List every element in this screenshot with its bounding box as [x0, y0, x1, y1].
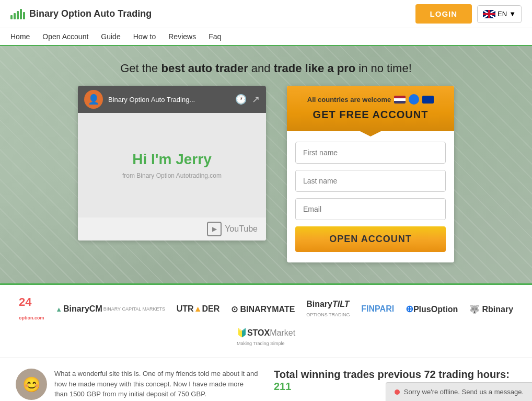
hero-body: 👤 Binary Option Auto Trading... 🕐 ↗ Hi I…	[21, 86, 511, 262]
header: Binary Option Auto Trading LOGIN EN ▼	[0, 0, 532, 28]
nav-home[interactable]: Home	[10, 32, 30, 41]
logo-icon	[10, 9, 25, 19]
offline-dot	[395, 389, 400, 395]
signup-header: All countries are welcome GET FREE ACCOU…	[287, 86, 454, 131]
trades-count: 211	[274, 381, 291, 392]
language-selector[interactable]: EN ▼	[477, 5, 522, 23]
partner-stoxmarket: 🔰STOXMarketMaking Trading Simple	[237, 328, 295, 347]
open-account-button[interactable]: OPEN ACCOUNT	[295, 226, 446, 252]
partner-finpari: FINPARI	[361, 304, 394, 314]
flag-eu-icon	[422, 96, 434, 104]
chevron-down-icon: ▼	[509, 10, 516, 18]
hero-section: Get the best auto trader and trade like …	[0, 46, 532, 283]
logo-area: Binary Option Auto Trading	[10, 8, 152, 19]
logo-text: Binary Option Auto Trading	[29, 8, 152, 19]
nav-guide[interactable]: Guide	[101, 32, 120, 41]
nav-faq[interactable]: Faq	[209, 32, 221, 41]
partner-binarymate: ⊙ BINARYMATE	[231, 304, 295, 314]
headline-pre: Get the	[120, 62, 161, 75]
share-icon: ↗	[252, 94, 260, 105]
youtube-play[interactable]: ▶ YouTube	[207, 222, 258, 236]
nav-reviews[interactable]: Reviews	[168, 32, 196, 41]
chat-label: Sorry we're offline. Send us a message.	[404, 388, 524, 396]
flag-us-icon	[394, 96, 406, 104]
avatar: 👤	[84, 90, 103, 109]
headline-bold2: trade like a pro	[274, 62, 356, 75]
chat-bubble[interactable]: Sorry we're offline. Send us a message.	[386, 382, 532, 401]
testimonials: 😊 What a wonderful site this is. One of …	[16, 369, 258, 401]
signup-title: GET FREE ACCOUNT	[292, 109, 449, 121]
testimonial-text-1: What a wonderful site this is. One of my…	[54, 369, 258, 399]
partner-rbinary: 🐺 Rbinary	[469, 304, 513, 314]
video-top-bar: 👤 Binary Option Auto Trading... 🕐 ↗	[78, 86, 266, 113]
partner-plusoption: ⊕PlusOption	[406, 303, 458, 315]
navigation: Home Open Account Guide How to Reviews F…	[0, 28, 532, 46]
nav-how-to[interactable]: How to	[133, 32, 156, 41]
partner-utrader: UTR▲DER	[177, 304, 220, 314]
partners-bar: 24option.com ▲BinaryCMBINARY CAPITAL MAR…	[0, 283, 532, 358]
hero-content: Get the best auto trader and trade like …	[21, 62, 511, 262]
partner-binarytilt: BinaryTILTOPTIONS TRADING	[306, 300, 350, 318]
last-name-input[interactable]	[295, 170, 446, 192]
trades-headline-pre: Total winning trades previous 72 trading…	[274, 369, 510, 380]
login-button[interactable]: LOGIN	[415, 4, 472, 24]
partner-24option: 24option.com	[19, 295, 44, 323]
email-input[interactable]	[295, 198, 446, 220]
flag-world-icon	[409, 94, 419, 105]
hero-headline: Get the best auto trader and trade like …	[21, 62, 511, 75]
signup-box: All countries are welcome GET FREE ACCOU…	[287, 86, 454, 262]
video-footer[interactable]: ▶ YouTube	[78, 217, 266, 240]
countries-label: All countries are welcome	[307, 96, 391, 104]
testimonial-content-1: What a wonderful site this is. One of my…	[54, 369, 258, 401]
header-right: LOGIN EN ▼	[415, 4, 522, 24]
testimonial-item: 😊 What a wonderful site this is. One of …	[16, 369, 258, 401]
video-container[interactable]: 👤 Binary Option Auto Trading... 🕐 ↗ Hi I…	[78, 86, 266, 240]
video-main[interactable]: Hi I'm Jerry from Binary Option Autotrad…	[78, 113, 266, 217]
video-subtitle: from Binary Option Autotrading.com	[122, 172, 222, 179]
headline-bold1: best auto trader	[161, 62, 248, 75]
clock-icon: 🕐	[235, 94, 247, 105]
headline-post: in no time!	[355, 62, 412, 75]
nav-open-account[interactable]: Open Account	[42, 32, 88, 41]
flag-uk-icon	[483, 10, 495, 18]
youtube-label: YouTube	[225, 224, 258, 234]
partner-binarycm: ▲BinaryCMBINARY CAPITAL MARKETS	[55, 304, 165, 314]
signup-body: OPEN ACCOUNT	[287, 131, 454, 262]
lang-label: EN	[498, 10, 507, 18]
testimonial-avatar-1: 😊	[16, 369, 47, 400]
countries-row: All countries are welcome	[292, 94, 449, 105]
play-button-icon[interactable]: ▶	[207, 222, 222, 236]
video-greeting: Hi I'm Jerry	[132, 151, 211, 168]
first-name-input[interactable]	[295, 142, 446, 164]
video-icons: 🕐 ↗	[235, 94, 260, 105]
headline-mid: and	[248, 62, 274, 75]
video-channel-title: Binary Option Auto Trading...	[108, 96, 230, 104]
